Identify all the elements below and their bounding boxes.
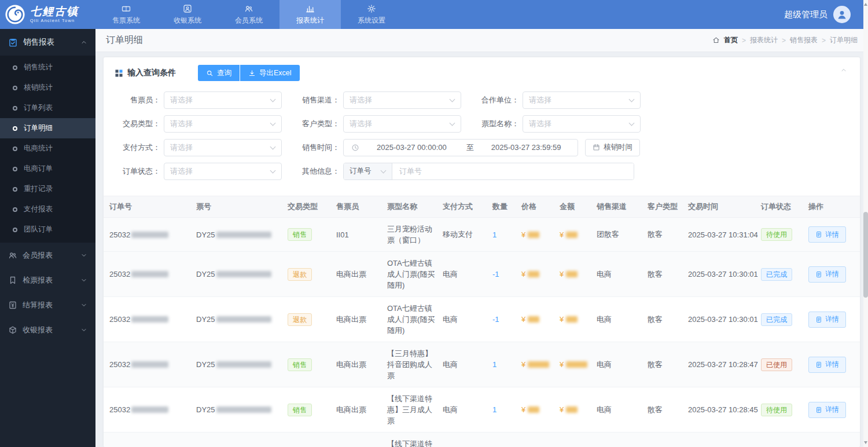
circle-icon [13,126,17,131]
ticket-number-cell: DY25 [196,230,288,239]
quantity-cell: 1 [492,405,521,414]
chevron-down-icon [80,327,87,334]
sidebar-item[interactable]: 订单明细 [0,118,95,138]
detail-button[interactable]: 详情 [808,357,846,373]
ticket-name-cell: 【线下渠道特惠】三月成人票 [387,393,443,426]
chevron-down-icon [270,96,276,102]
pay-method-cell: 电商 [443,269,492,280]
document-icon [815,361,822,368]
channel-cell: 电商 [597,314,648,325]
scroll-up-arrow[interactable] [864,3,867,6]
sidebar-item[interactable]: 重打记录 [0,179,95,199]
sidebar-group-settlement-reports[interactable]: 结算报表 [0,292,95,317]
sidebar-group-ticket-check-reports[interactable]: 检票报表 [0,268,95,292]
sidebar-item[interactable]: 电商统计 [0,138,95,159]
column-header: 价格 [521,201,560,212]
detail-button[interactable]: 详情 [808,312,846,328]
sale-time-range-picker[interactable]: 2025-03-27 00:00:00 至 2025-03-27 23:59:5… [343,139,578,156]
actions-cell: 详情 [808,312,854,328]
order-status-badge: 已完成 [761,268,792,281]
sidebar-group-cashier-reports[interactable]: 收银报表 [0,317,95,342]
scrollbar[interactable] [863,0,868,447]
order-number-cell: 25032 [109,405,196,414]
transaction-type-cell: 销售 [288,358,336,371]
export-excel-button[interactable]: 导出Excel [240,65,300,81]
detail-button[interactable]: 详情 [808,266,846,283]
scrollbar-thumb[interactable] [863,212,868,298]
sidebar-item[interactable]: 支付报表 [0,199,95,219]
tab-ticketing[interactable]: 售票系统 [95,0,157,29]
sidebar-item[interactable]: 订单列表 [0,98,95,118]
sidebar-group-label: 结算报表 [23,300,53,310]
collapse-chevron-icon[interactable] [840,67,847,74]
sidebar-item-label: 电商统计 [24,144,53,153]
breadcrumb-separator: > [782,36,786,45]
sales-channel-select[interactable]: 请选择 [343,91,461,109]
actions-cell: 详情 [808,226,854,243]
actions-cell: 详情 [808,357,854,373]
filter-header: 输入查询条件 查询 导出Excel [104,57,860,85]
order-status-select[interactable]: 请选择 [164,163,282,180]
search-type-select[interactable]: 订单号 [344,163,392,179]
scroll-down-arrow[interactable] [864,441,867,444]
tab-settings[interactable]: 系统设置 [341,0,402,29]
order-number-prefix: 25032 [109,270,130,279]
bar-chart-icon [306,4,315,13]
pay-method-cell: 电商 [443,405,492,415]
sidebar-item[interactable]: 销售统计 [0,57,95,78]
breadcrumb-report-stats[interactable]: 报表统计 [750,35,778,45]
price-cell: ¥ [521,230,560,239]
partner-select[interactable]: 请选择 [523,91,641,109]
customer-type-cell: 散客 [648,405,688,415]
verify-time-button[interactable]: 核销时间 [585,139,640,156]
circle-icon [13,207,17,212]
tab-member[interactable]: 会员系统 [218,0,279,29]
select-placeholder: 请选择 [350,95,372,105]
customer-type-select[interactable]: 请选择 [343,115,461,133]
tab-cashier[interactable]: 收银系统 [157,0,218,29]
order-number-prefix: 25032 [109,230,130,239]
query-button[interactable]: 查询 [198,65,240,81]
transaction-type-badge: 退款 [288,268,312,281]
currency-symbol: ¥ [560,360,564,369]
detail-button[interactable]: 详情 [808,226,846,243]
sidebar-group-label: 收银报表 [23,325,53,335]
seller-select[interactable]: 请选择 [164,91,282,109]
pay-method-cell: 电商 [443,360,492,370]
chevron-down-icon [270,167,276,173]
blurred-order-digits [131,271,168,277]
trade-type-select[interactable]: 请选择 [164,115,282,133]
sidebar-item-label: 核销统计 [24,83,53,93]
column-header: 数量 [492,201,521,212]
breadcrumb: 首页 > 报表统计 > 销售报表 > 订单明细 [712,35,858,45]
sale-time-label: 销售时间： [295,142,340,153]
avatar[interactable] [833,6,851,23]
sidebar-group-sales-reports[interactable]: 销售报表 [0,29,95,56]
order-number-input[interactable] [392,163,634,179]
actions-cell: 详情 [808,402,854,418]
brand[interactable]: 七鲤古镇 Qili Ancient Town [0,0,95,29]
ticket-name-select[interactable]: 请选择 [523,115,641,133]
table-row: 25032 DY25 销售 II01 三月宠粉活动票（窗口） 移动支付 1 [104,218,860,252]
brand-logo-icon [5,4,25,25]
blurred-amount [566,271,578,277]
sidebar-group-label: 会员报表 [23,250,53,261]
sidebar-group-member-reports[interactable]: 会员报表 [0,243,95,268]
seller-cell: 电商出票 [336,314,387,325]
search-icon [206,69,214,77]
detail-button[interactable]: 详情 [808,402,846,418]
chevron-up-icon [80,39,87,46]
select-placeholder: 请选择 [529,119,551,129]
ticket-number-prefix: DY25 [196,360,215,369]
filter-title: 输入查询条件 [127,68,176,78]
sidebar-item[interactable]: 核销统计 [0,78,95,98]
breadcrumb-sales-reports[interactable]: 销售报表 [790,35,818,45]
sidebar-item-label: 支付报表 [24,204,53,214]
grid-icon [115,69,123,77]
sidebar-item[interactable]: 团队订单 [0,219,95,240]
breadcrumb-home[interactable]: 首页 [724,35,738,45]
select-placeholder: 请选择 [529,95,551,105]
sidebar-item[interactable]: 电商订单 [0,159,95,179]
tab-reports[interactable]: 报表统计 [279,0,341,29]
pay-method-select[interactable]: 请选择 [164,139,282,156]
